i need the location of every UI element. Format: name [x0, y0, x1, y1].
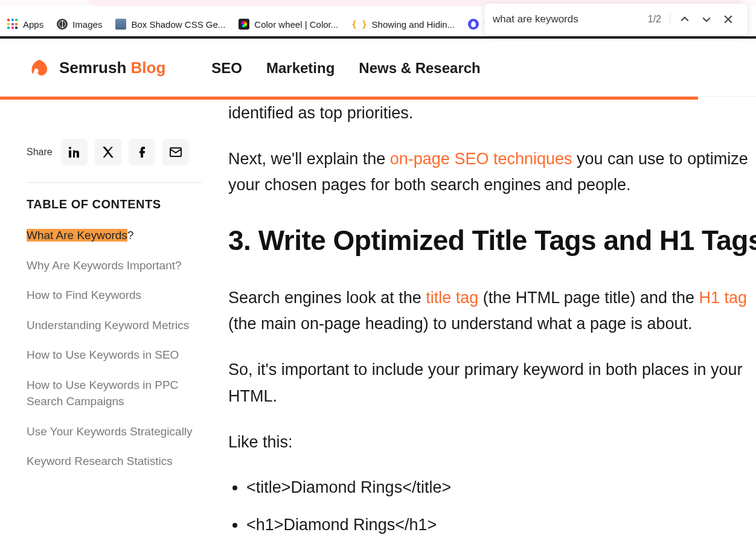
share-linkedin-button[interactable]: [61, 139, 88, 165]
article-text: (the HTML page title) and the: [478, 289, 699, 307]
chevron-up-icon: [679, 13, 691, 25]
page-body: Share TABLE OF CONTENTS What Are Keyword…: [0, 100, 756, 538]
article-paragraph-fragment: identified as top priorities.: [228, 100, 756, 127]
article-paragraph: Search engines look at the title tag (th…: [228, 285, 756, 338]
close-icon: [722, 13, 734, 25]
toc-item-use-in-seo[interactable]: How to Use Keywords in SEO: [27, 347, 202, 363]
page-top-border: [0, 36, 756, 39]
find-prev-button[interactable]: [674, 10, 696, 29]
site-logo[interactable]: Semrush Blog: [27, 57, 165, 79]
water-drop-icon: [468, 19, 479, 30]
article-text: Search engines look at the: [228, 289, 426, 307]
find-input[interactable]: [493, 13, 648, 25]
main-nav: SEO Marketing News & Research: [211, 60, 480, 77]
link-h1-tag[interactable]: H1 tag: [699, 289, 747, 307]
toc-list: What Are Keywords? Why Are Keywords Impo…: [27, 227, 202, 470]
site-favicon-icon: [115, 19, 126, 30]
curly-braces-icon: { }: [351, 19, 367, 29]
bookmark-boxshadow[interactable]: Box Shadow CSS Ge...: [115, 19, 225, 30]
bookmark-showing[interactable]: { } Showing and Hidin...: [351, 19, 455, 30]
toc-item-research-statistics[interactable]: Keyword Research Statistics: [27, 453, 202, 470]
find-next-button[interactable]: [696, 10, 717, 29]
nav-seo[interactable]: SEO: [211, 60, 242, 77]
toc-item-use-in-ppc[interactable]: How to Use Keywords in PPC Search Campai…: [27, 377, 202, 410]
svg-point-2: [34, 68, 39, 72]
find-count: 1/2: [648, 14, 670, 25]
linkedin-icon: [67, 145, 82, 159]
link-onpage-seo[interactable]: on-page SEO techniques: [390, 150, 572, 168]
color-wheel-icon: [239, 19, 249, 30]
toc-item-what-are-keywords[interactable]: What Are Keywords?: [27, 227, 202, 244]
article-heading-h2: 3. Write Optimized Title Tags and H1 Tag…: [228, 218, 756, 263]
article-text: (the main on-page heading) to understand…: [228, 315, 693, 333]
semrush-flame-icon: [27, 57, 52, 79]
share-label: Share: [27, 147, 53, 158]
apps-grid-icon: [7, 19, 18, 30]
share-facebook-button[interactable]: [129, 139, 155, 165]
share-row: Share: [27, 139, 202, 165]
article-paragraph: Next, we'll explain the on-page SEO tech…: [228, 146, 756, 199]
nav-marketing[interactable]: Marketing: [266, 60, 335, 77]
bookmark-showing-label: Showing and Hidin...: [372, 19, 455, 30]
brand-blog: Blog: [131, 59, 166, 77]
site-logo-text: Semrush Blog: [59, 59, 165, 77]
find-close-button[interactable]: [717, 10, 739, 29]
link-title-tag[interactable]: title tag: [426, 289, 478, 307]
toc-item-understanding-metrics[interactable]: Understanding Keyword Metrics: [27, 317, 202, 334]
nav-news[interactable]: News & Research: [359, 60, 480, 77]
article-body: identified as top priorities. Next, we'l…: [228, 100, 756, 538]
share-x-button[interactable]: [95, 139, 121, 165]
bookmark-colorwheel[interactable]: Color wheel | Color...: [239, 19, 338, 30]
find-in-page-bar: 1/2: [484, 4, 748, 35]
brand-main: Semrush: [59, 59, 131, 77]
article-paragraph: So, it's important to include your prima…: [228, 357, 756, 409]
toc-item-label-highlight: What Are Keywords: [27, 229, 127, 242]
toc-title: TABLE OF CONTENTS: [27, 197, 202, 211]
bookmark-colorwheel-label: Color wheel | Color...: [254, 19, 338, 30]
svg-rect-3: [69, 150, 71, 158]
mail-icon: [168, 145, 183, 159]
x-twitter-icon: [101, 145, 115, 159]
toc-item-use-strategically[interactable]: Use Your Keywords Strategically: [27, 423, 202, 440]
chevron-down-icon: [700, 13, 713, 25]
bookmark-apps-label: Apps: [23, 19, 43, 30]
list-item: <h1>Diamond Rings</h1>: [246, 512, 756, 538]
bookmark-apps[interactable]: Apps: [7, 19, 43, 30]
facebook-icon: [135, 145, 149, 159]
reading-progress-bar: [0, 97, 698, 100]
sidebar-divider: [27, 182, 202, 183]
bookmark-images[interactable]: Images: [57, 19, 102, 30]
list-item: <title>Diamond Rings</title>: [246, 475, 756, 501]
toc-item-why-important[interactable]: Why Are Keywords Important?: [27, 257, 202, 274]
toc-item-how-to-find[interactable]: How to Find Keywords: [27, 287, 202, 304]
article-code-list: <title>Diamond Rings</title> <h1>Diamond…: [228, 475, 756, 538]
share-email-button[interactable]: [162, 139, 189, 165]
bookmark-images-label: Images: [72, 19, 102, 30]
globe-icon: [57, 19, 68, 30]
article-paragraph: Like this:: [228, 429, 756, 456]
svg-point-4: [69, 147, 71, 149]
site-header: Semrush Blog SEO Marketing News & Resear…: [0, 40, 756, 97]
article-text: Next, we'll explain the: [228, 150, 390, 168]
toc-item-label-tail: ?: [127, 229, 134, 242]
bookmark-boxshadow-label: Box Shadow CSS Ge...: [131, 19, 225, 30]
sidebar: Share TABLE OF CONTENTS What Are Keyword…: [27, 139, 202, 470]
